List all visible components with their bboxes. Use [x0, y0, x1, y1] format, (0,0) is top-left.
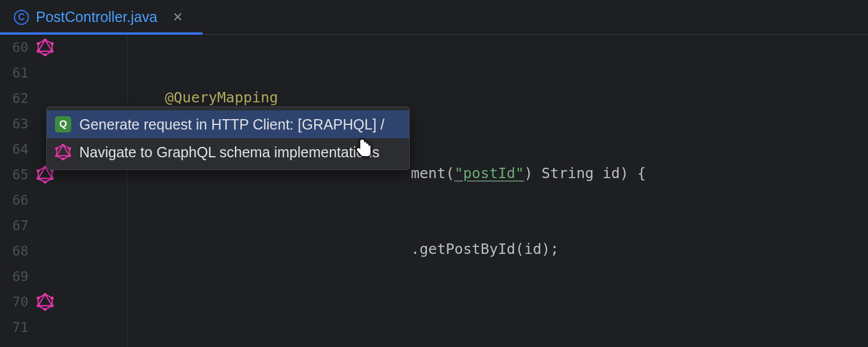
- java-class-icon: C: [14, 10, 29, 25]
- popup-item-generate-http-request[interactable]: Q Generate request in HTTP Client: [GRAP…: [47, 110, 409, 138]
- line-number: 62: [0, 86, 28, 111]
- line-number-gutter: 606162636465666768697071: [0, 35, 32, 347]
- code-line[interactable]: .getPostById(id);: [127, 237, 868, 262]
- svg-point-7: [36, 42, 39, 45]
- svg-point-28: [68, 154, 71, 157]
- popup-item-label: Navigate to GraphQL schema implementatio…: [79, 144, 380, 161]
- line-number: 69: [0, 264, 28, 289]
- line-number: 60: [0, 35, 28, 60]
- svg-point-23: [36, 297, 39, 300]
- code-area[interactable]: @QueryMapping ment("postId") String id) …: [127, 35, 868, 347]
- svg-point-22: [36, 304, 39, 307]
- line-number: 71: [0, 315, 28, 340]
- line-number: 64: [0, 136, 28, 162]
- line-number: 61: [0, 60, 28, 86]
- line-number: 68: [0, 238, 28, 264]
- svg-point-12: [50, 177, 53, 180]
- svg-point-19: [50, 297, 53, 300]
- graphql-icon: [55, 144, 71, 160]
- svg-point-6: [36, 50, 39, 53]
- svg-marker-1: [38, 40, 52, 51]
- line-number: 67: [0, 213, 28, 238]
- gutter-separator: [64, 35, 127, 347]
- svg-point-4: [50, 50, 53, 53]
- http-client-icon: Q: [55, 116, 71, 132]
- line-number: 70: [0, 289, 28, 315]
- svg-marker-17: [38, 294, 52, 306]
- popup-item-label: Generate request in HTTP Client: [GRAPHQ…: [79, 116, 385, 133]
- svg-point-14: [36, 177, 39, 180]
- code-editor[interactable]: 606162636465666768697071 @QueryMapping m…: [0, 35, 868, 347]
- line-number: 63: [0, 111, 28, 136]
- svg-point-30: [55, 154, 58, 157]
- tab-filename: PostController.java: [36, 9, 157, 25]
- svg-point-20: [50, 304, 53, 307]
- svg-point-27: [68, 147, 71, 150]
- svg-marker-25: [57, 145, 69, 156]
- close-icon[interactable]: ✕: [170, 10, 185, 25]
- line-number: 66: [0, 187, 28, 213]
- graphql-icon[interactable]: [36, 39, 54, 56]
- tab-bar: C PostController.java ✕: [0, 0, 868, 35]
- line-number: 65: [0, 162, 28, 187]
- svg-point-15: [36, 169, 39, 172]
- svg-point-3: [50, 42, 53, 45]
- gutter-marker-lane: [32, 35, 64, 347]
- code-line[interactable]: [127, 312, 868, 338]
- graphql-icon[interactable]: [36, 293, 54, 311]
- gutter-action-popup: Q Generate request in HTTP Client: [GRAP…: [46, 106, 410, 170]
- file-tab[interactable]: C PostController.java ✕: [7, 0, 192, 34]
- popup-item-navigate-schema[interactable]: Navigate to GraphQL schema implementatio…: [47, 138, 409, 166]
- svg-point-31: [55, 147, 58, 150]
